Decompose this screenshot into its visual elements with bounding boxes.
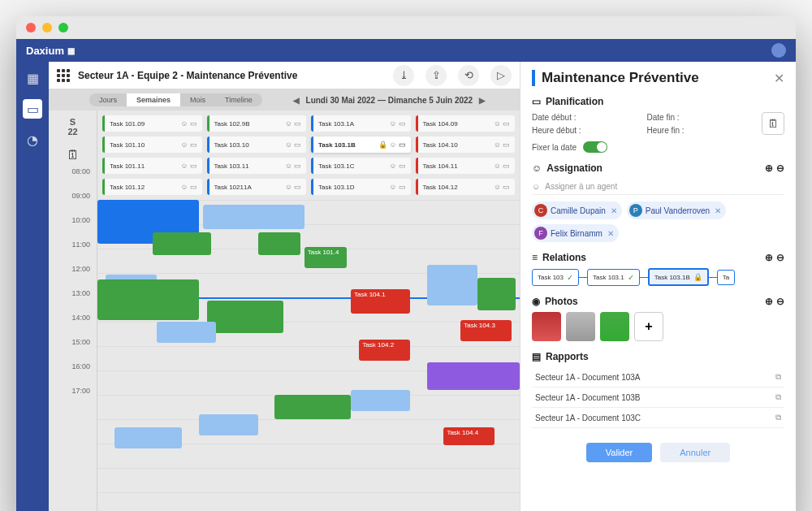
truck-icon: ▭ [294,162,301,170]
user-icon: ☺ [389,183,396,191]
calendar-event[interactable]: Task 101.4 [304,247,347,268]
tab-mois[interactable]: Mois [180,93,215,106]
left-nav: ▦ ▭ ◔ [16,62,49,511]
report-row[interactable]: Secteur 1A - Document 103C⧉ [532,408,784,428]
section-rapports: Rapports [546,351,589,362]
user-icon: ☺ [494,141,501,149]
pin-icon[interactable]: ⤓ [393,65,414,86]
expand-icon[interactable]: ⊕ [765,252,773,263]
report-row[interactable]: Secteur 1A - Document 103A⧉ [532,367,784,388]
nav-calendar-icon[interactable]: ▭ [23,99,42,119]
expand-icon[interactable]: ⊕ [765,162,773,174]
remove-icon[interactable]: ✕ [715,206,721,215]
relation-item[interactable]: Task 103✓ [532,269,579,286]
copy-icon[interactable]: ⧉ [775,392,781,402]
user-icon: ☺ [285,162,292,170]
nav-grid-icon[interactable]: ▦ [23,68,42,88]
task-chip[interactable]: Task 104.12☺▭ [416,179,516,195]
task-chip[interactable]: Task 101.09☺▭ [102,115,202,132]
toggle-fixer-date[interactable] [583,141,607,153]
task-chip[interactable]: Task 103.11☺▭ [207,158,307,174]
photo-thumbnail[interactable] [532,312,561,341]
brand-bar: Daxium ▦ [16,39,796,62]
apps-icon[interactable] [57,69,70,82]
add-photo-button[interactable]: + [634,312,663,341]
refresh-icon[interactable]: ⟲ [458,65,479,86]
calendar-event[interactable]: Task 104.2 [359,340,409,361]
share-icon[interactable]: ⇪ [425,65,447,86]
relation-item[interactable]: Task 103.1✓ [587,269,640,286]
tab-jours[interactable]: Jours [89,93,127,106]
task-chip[interactable]: Task 101.12☺▭ [102,179,202,195]
task-chip[interactable]: Task 101.10☺▭ [102,136,202,153]
collapse-icon[interactable]: ⊖ [776,296,784,307]
assignee-chip[interactable]: PPaul Vanderroven✕ [627,201,726,219]
window-close[interactable] [26,23,36,32]
remove-icon[interactable]: ✕ [611,206,617,215]
calendar-event[interactable] [477,278,516,310]
task-chip[interactable]: Task 104.10☺▭ [416,136,516,153]
close-icon[interactable]: ✕ [774,71,784,86]
camera-icon: ◉ [532,296,540,307]
validate-button[interactable]: Valider [586,443,652,462]
calendar-event[interactable] [351,390,410,411]
task-chip[interactable]: Task 103.1B🔒☺▭ [311,136,411,153]
task-chip[interactable]: Task 103.1A☺▭ [311,115,411,132]
calendar-event[interactable] [258,232,300,255]
copy-icon[interactable]: ⧉ [775,372,781,382]
truck-icon: ▭ [190,162,197,170]
task-chip[interactable]: Task 103.1C☺▭ [311,158,411,174]
photo-thumbnail[interactable] [600,312,629,341]
calendar-event[interactable]: Task 104.1 [351,289,410,314]
report-row[interactable]: Secteur 1A - Document 103B⧉ [532,388,784,408]
time-label: 10:00 [49,216,93,224]
calendar-event[interactable]: Task 104.4 [443,427,494,445]
relation-item-selected[interactable]: Task 103.1B🔒 [648,268,709,286]
task-chip[interactable]: Task 104.09☺▭ [416,115,516,132]
task-chip[interactable]: Task 103.10☺▭ [207,136,307,153]
collapse-icon[interactable]: ⊖ [776,162,784,174]
calendar-event[interactable] [153,232,212,255]
calendar-event[interactable]: Task 104.3 [460,320,511,341]
cancel-button[interactable]: Annuler [660,443,730,462]
time-label: 13:00 [49,289,93,297]
photo-thumbnail[interactable] [566,312,595,341]
assign-input[interactable]: ☺Assigner à un agent [532,179,784,195]
copy-icon[interactable]: ⧉ [775,413,781,422]
prev-range-icon[interactable]: ◀ [293,96,300,105]
calendar-grid[interactable]: Task 101.4 Task 104.1 Task 104.3 Task 10… [97,200,520,511]
task-chip[interactable]: Task 102.9B☺▭ [207,115,307,132]
date-range-label: Lundi 30 Mai 2022 — Dimanche 5 Juin 2022 [306,96,473,105]
user-icon: ☺ [180,119,188,128]
tab-timeline[interactable]: Timeline [215,93,262,106]
play-icon[interactable]: ▷ [490,65,512,86]
calendar-event[interactable] [207,301,283,333]
assignee-chip[interactable]: FFelix Birnamm✕ [532,224,619,242]
window-minimize[interactable] [42,23,52,32]
calendar-event[interactable] [157,322,216,343]
calendar-event[interactable] [427,362,520,390]
task-chip[interactable]: Task 101.11☺▭ [102,158,202,174]
calendar-event[interactable] [274,395,351,419]
user-avatar[interactable] [771,43,786,58]
tab-semaines[interactable]: Semaines [127,93,180,106]
collapse-icon[interactable]: ⊖ [776,252,784,263]
lock-icon: 🔒 [378,141,387,149]
expand-icon[interactable]: ⊕ [765,296,773,307]
date-picker-icon[interactable]: 🗓 [762,112,784,135]
next-range-icon[interactable]: ▶ [479,96,486,105]
assignee-chip[interactable]: CCamille Dupain✕ [532,201,622,219]
calendar-event[interactable] [199,414,258,435]
window-maximize[interactable] [58,23,68,32]
task-chip[interactable]: Task 103.1D☺▭ [311,179,411,195]
remove-icon[interactable]: ✕ [607,229,614,238]
calendar-event[interactable] [427,265,477,305]
calendar-add-icon[interactable]: 🗓 [49,143,97,167]
task-chip[interactable]: Task 10211A☺▭ [207,179,307,195]
nav-clock-icon[interactable]: ◔ [23,130,42,149]
calendar-event[interactable] [97,279,199,320]
calendar-event[interactable] [114,427,182,448]
task-chip[interactable]: Task 104.11☺▭ [416,158,516,174]
relation-item[interactable]: Ta [717,270,735,285]
calendar-event[interactable] [203,205,304,229]
